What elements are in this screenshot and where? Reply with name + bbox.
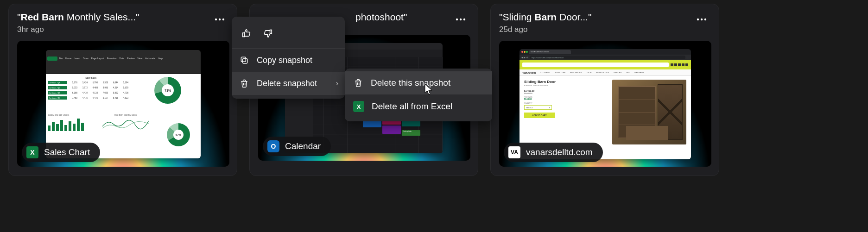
snapshot-thumbnail[interactable]: FileHomeInsertDrawPage LayoutFormulasDat… (17, 41, 229, 167)
source-tag: X Sales Chart (22, 143, 100, 162)
snapshot-card[interactable]: "Red Barn Monthly Sales..." 3hr ago File… (8, 4, 237, 176)
excel-app-icon: X (353, 101, 364, 112)
copy-icon (239, 55, 249, 65)
svg-point-0 (215, 19, 217, 20)
svg-point-1 (219, 19, 221, 20)
outlook-app-icon: O (267, 140, 279, 152)
more-options-button[interactable] (693, 11, 710, 28)
svg-point-4 (460, 19, 462, 20)
delete-all-from-app-item[interactable]: X Delete all from Excel (345, 94, 492, 119)
ellipsis-icon (215, 18, 225, 21)
svg-point-7 (701, 19, 703, 20)
menu-item-label: Copy snapshot (257, 56, 312, 65)
svg-point-6 (697, 19, 699, 20)
ellipsis-icon (456, 18, 466, 21)
trash-icon (353, 78, 363, 88)
more-options-button[interactable] (452, 11, 469, 28)
source-tag: O Calendar (263, 137, 331, 156)
svg-point-5 (463, 19, 465, 20)
thumbs-down-button[interactable] (260, 25, 276, 42)
copy-snapshot-item[interactable]: Copy snapshot (232, 49, 345, 72)
source-tag: VA vanarsdelltd.com (504, 143, 603, 162)
card-header: "Red Barn Monthly Sales..." 3hr ago (17, 11, 228, 34)
context-menu: Copy snapshot Delete snapshot › (232, 17, 345, 99)
thumbs-down-icon (263, 28, 273, 38)
feedback-row (232, 20, 345, 49)
svg-point-8 (704, 19, 706, 20)
source-label: vanarsdelltd.com (526, 147, 593, 157)
card-title: "Sliding Barn Door..." (499, 11, 591, 23)
delete-snapshot-item[interactable]: Delete snapshot › (232, 72, 345, 95)
svg-rect-10 (241, 57, 246, 62)
thumbs-up-button[interactable] (238, 25, 255, 42)
excel-app-icon: X (26, 146, 38, 158)
excel-window-preview: FileHomeInsertDrawPage LayoutFormulasDat… (46, 50, 201, 158)
more-options-button[interactable] (211, 11, 228, 28)
svg-point-2 (222, 19, 224, 20)
card-header: "Sliding Barn Door..." 25d ago (499, 11, 710, 34)
menu-item-label: Delete this snapshot (371, 78, 450, 88)
source-label: Sales Chart (44, 147, 90, 157)
card-timestamp: 3hr ago (17, 25, 139, 34)
card-timestamp: 25d ago (499, 25, 591, 34)
menu-item-label: Delete all from Excel (372, 101, 452, 112)
svg-rect-9 (243, 59, 247, 63)
ellipsis-icon (697, 18, 707, 21)
menu-item-label: Delete snapshot (257, 79, 317, 88)
mouse-cursor-icon (424, 83, 433, 95)
card-title: "Red Barn Monthly Sales..." (17, 11, 139, 23)
snapshot-card[interactable]: "Sliding Barn Door..." 25d ago VanArsdel… (490, 4, 719, 176)
svg-point-3 (456, 19, 458, 20)
website-icon: VA (508, 146, 520, 158)
trash-icon (239, 78, 249, 88)
chevron-right-icon: › (336, 79, 338, 88)
source-label: Calendar (285, 141, 321, 151)
thumbs-up-icon (241, 28, 252, 38)
delete-this-snapshot-item[interactable]: Delete this snapshot (345, 71, 492, 94)
context-submenu: Delete this snapshot X Delete all from E… (345, 69, 492, 121)
snapshot-thumbnail[interactable]: VanArsdel Barn Doors ◀ ▶ ⟳ https://vanar… (499, 41, 711, 167)
